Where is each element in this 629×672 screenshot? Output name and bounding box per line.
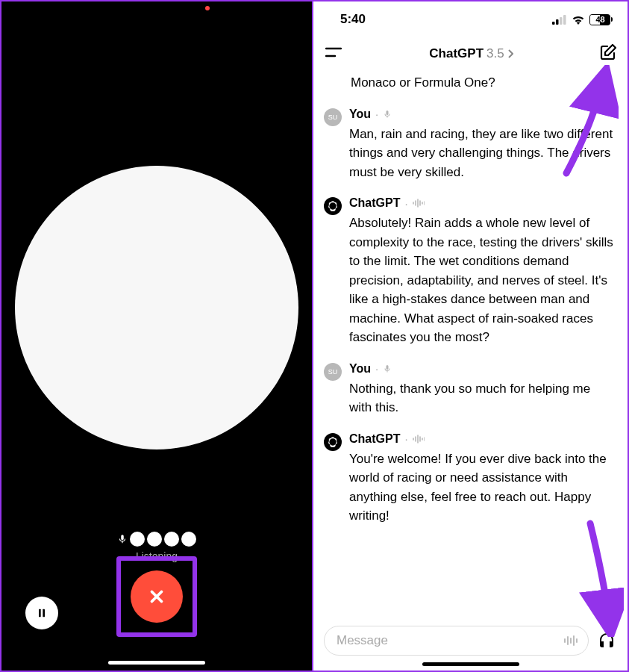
input-placeholder: Message: [337, 633, 388, 648]
microphone-icon: [117, 533, 128, 545]
message-text: Absolutely! Rain adds a whole new level …: [349, 214, 614, 347]
soundwave-icon[interactable]: [564, 635, 579, 646]
home-indicator[interactable]: [422, 662, 519, 666]
close-button-highlight: [116, 556, 197, 637]
svg-rect-0: [39, 609, 41, 617]
message-text: Man, rain and racing, they are like two …: [349, 125, 614, 182]
message-author: ChatGPT: [349, 432, 400, 446]
end-voice-button[interactable]: [131, 570, 183, 623]
message-row: SU You · Nothing, thank you so much for …: [324, 362, 614, 417]
new-chat-button[interactable]: [599, 43, 617, 64]
cellular-icon: [552, 15, 567, 25]
activity-dot: [181, 532, 196, 547]
home-indicator[interactable]: [108, 661, 205, 665]
message-row: ChatGPT · You're welcome! If you ever di…: [324, 432, 614, 526]
mic-activity-dots: [117, 532, 196, 547]
message-row: SU You · Man, rain and racing, they are …: [324, 108, 614, 182]
svg-rect-3: [556, 19, 559, 25]
model-version: 3.5: [486, 46, 504, 61]
user-avatar: SU: [324, 108, 342, 126]
svg-rect-2: [552, 22, 555, 25]
compose-icon: [599, 43, 617, 61]
model-selector[interactable]: ChatGPT 3.5: [429, 46, 513, 61]
status-bar: 5:40 48: [313, 1, 628, 37]
svg-rect-5: [563, 15, 566, 25]
chat-header: ChatGPT 3.5: [313, 37, 628, 70]
battery-indicator: 48: [589, 14, 613, 25]
openai-logo-icon: [327, 436, 339, 448]
microphone-icon: [383, 364, 392, 374]
battery-percentage: 48: [590, 15, 610, 24]
activity-dot: [130, 532, 145, 547]
svg-rect-1: [43, 609, 45, 617]
close-icon: [147, 587, 166, 606]
headphones-button[interactable]: [596, 630, 617, 651]
chevron-right-icon: [507, 49, 513, 58]
recording-indicator-dot: [205, 6, 210, 10]
pause-icon: [36, 607, 48, 619]
message-text-fragment: Monaco or Formula One?: [351, 73, 614, 93]
microphone-icon: [383, 109, 392, 119]
headphones-icon: [598, 632, 616, 650]
menu-button[interactable]: [324, 46, 343, 62]
wifi-icon: [572, 15, 585, 25]
svg-rect-4: [560, 17, 563, 25]
message-author: You: [349, 108, 371, 121]
status-time: 5:40: [340, 12, 366, 27]
chatgpt-avatar: [324, 197, 342, 215]
chatgpt-avatar: [324, 433, 342, 451]
app-title: ChatGPT: [429, 46, 484, 61]
openai-logo-icon: [327, 200, 339, 212]
menu-icon: [325, 47, 342, 57]
message-input[interactable]: Message: [324, 626, 589, 656]
chat-messages[interactable]: Monaco or Formula One? SU You · Man, rai…: [313, 70, 628, 620]
status-icons: 48: [552, 14, 613, 25]
message-text: You're welcome! If you ever dive back in…: [349, 449, 614, 526]
message-author: You: [349, 362, 371, 376]
activity-dot: [147, 532, 162, 547]
pause-button[interactable]: [25, 597, 58, 629]
soundwave-icon: [413, 435, 425, 444]
message-row: ChatGPT · Absolutely! Rain adds a whole …: [324, 196, 614, 347]
activity-dot: [164, 532, 179, 547]
message-author: ChatGPT: [349, 196, 400, 210]
user-avatar: SU: [324, 363, 342, 381]
soundwave-icon: [413, 199, 425, 208]
chat-screen: 5:40 48 ChatGPT 3.5 Monaco or For: [313, 1, 628, 671]
message-text: Nothing, thank you so much for helping m…: [349, 379, 614, 417]
voice-mode-screen: Listening: [1, 1, 313, 671]
voice-visualizer-circle: [15, 166, 298, 449]
